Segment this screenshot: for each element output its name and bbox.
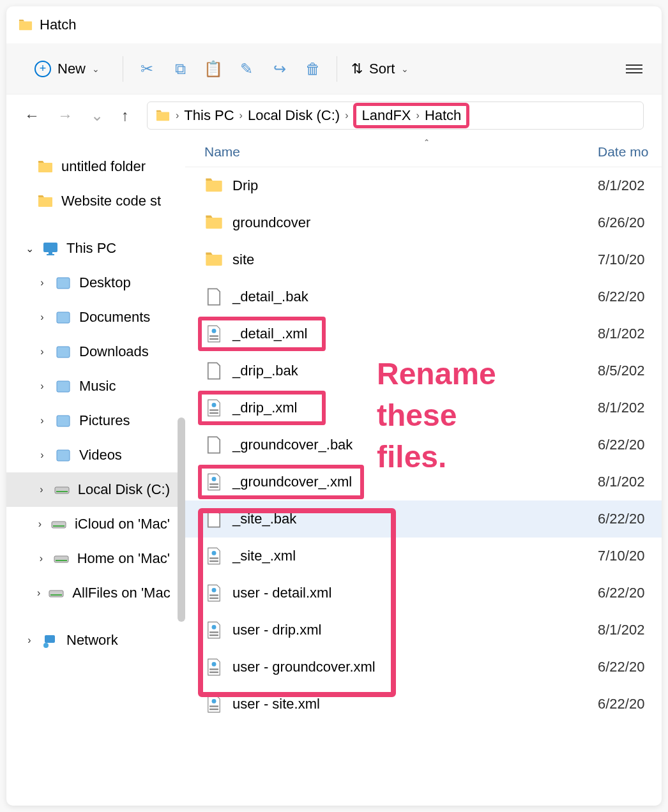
file-date: 6/22/20 (598, 289, 662, 305)
chevron-right-icon: › (416, 110, 420, 121)
file-row[interactable]: _drip_.bak 8/5/202 (185, 352, 662, 389)
copy-icon[interactable]: ⧉ (171, 59, 190, 79)
share-icon[interactable]: ↪ (270, 59, 289, 79)
sidebar-quick-item[interactable]: untitled folder (6, 149, 185, 184)
file-row[interactable]: user - drip.xml 8/1/202 (185, 612, 662, 649)
file-name: _site_.xml (232, 548, 598, 564)
file-row[interactable]: groundcover 6/26/20 (185, 204, 662, 241)
chevron-right-icon: › (37, 277, 47, 289)
breadcrumb-item[interactable]: This PC (184, 107, 234, 124)
view-menu-icon[interactable] (626, 64, 642, 73)
file-date: 7/10/20 (598, 252, 662, 268)
breadcrumb-item[interactable]: Hatch (425, 107, 461, 124)
chevron-right-icon: › (345, 110, 348, 121)
sidebar-item[interactable]: › Home on 'Mac' (6, 541, 185, 576)
chevron-right-icon: › (37, 518, 43, 530)
file-row[interactable]: Drip 8/1/202 (185, 167, 662, 204)
sidebar-label: Music (79, 378, 116, 395)
monitor-icon (42, 241, 59, 256)
column-date[interactable]: Date mo (598, 144, 662, 160)
navbar: ← → ⌄ ↑ › This PC › Local Disk (C:) › La… (6, 94, 662, 137)
file-row[interactable]: site 7/10/20 (185, 241, 662, 278)
sidebar-item[interactable]: › Downloads (6, 335, 185, 369)
file-name: _drip_.xml (232, 400, 598, 416)
sidebar-item[interactable]: › Videos (6, 438, 185, 472)
folder-icon (204, 213, 224, 232)
sidebar-label: iCloud on 'Mac' (75, 516, 170, 532)
column-header[interactable]: ⌃ Name Date mo (185, 137, 662, 167)
folder-icon (18, 18, 33, 32)
delete-icon[interactable]: 🗑 (303, 59, 323, 79)
file-date: 6/22/20 (598, 585, 662, 601)
chevron-right-icon: › (239, 110, 243, 121)
sidebar-this-pc[interactable]: ⌄ This PC (6, 231, 185, 266)
file-row[interactable]: _detail_.bak 6/22/20 (185, 278, 662, 315)
forward-button[interactable]: → (57, 107, 73, 124)
rename-icon[interactable]: ✎ (237, 59, 256, 79)
file-name: _groundcover_.xml (232, 474, 598, 490)
file-list: ⌃ Name Date mo Drip 8/1/202 groundcover … (185, 137, 662, 806)
xml-icon (204, 398, 224, 417)
sidebar-label: Videos (79, 447, 122, 463)
file-row[interactable]: _detail_.xml 8/1/202 (185, 315, 662, 352)
up-button[interactable]: ↑ (121, 107, 129, 124)
chevron-down-icon: ⌄ (24, 243, 34, 255)
xml-icon (204, 546, 224, 566)
file-row[interactable]: _site_.bak 6/22/20 (185, 500, 662, 538)
address-bar[interactable]: › This PC › Local Disk (C:) › LandFX › H… (147, 102, 644, 130)
sidebar-item[interactable]: › Desktop (6, 266, 185, 300)
network-icon (42, 633, 59, 648)
window-title: Hatch (40, 17, 76, 33)
paste-icon[interactable]: 📋 (204, 59, 223, 79)
scrollbar[interactable] (178, 417, 185, 622)
file-name: user - groundcover.xml (232, 659, 598, 675)
sidebar-item[interactable]: › iCloud on 'Mac' (6, 507, 185, 541)
sidebar-quick-item[interactable]: Website code st (6, 184, 185, 218)
file-row[interactable]: user - groundcover.xml 6/22/20 (185, 649, 662, 686)
file-date: 6/26/20 (598, 214, 662, 231)
chevron-right-icon: › (37, 346, 47, 357)
new-button[interactable]: + New ⌄ (26, 57, 109, 81)
breadcrumb-item[interactable]: LandFX (361, 107, 411, 124)
breadcrumb-highlight: LandFX › Hatch (353, 103, 469, 128)
sidebar-item[interactable]: › Music (6, 369, 185, 403)
file-row[interactable]: user - site.xml 6/22/20 (185, 686, 662, 723)
sidebar-label: Documents (79, 309, 150, 326)
sidebar-network[interactable]: › Network (6, 623, 185, 658)
breadcrumb-item[interactable]: Local Disk (C:) (248, 107, 340, 124)
file-row[interactable]: _site_.xml 7/10/20 (185, 538, 662, 575)
column-name[interactable]: Name (204, 144, 598, 160)
file-date: 6/22/20 (598, 437, 662, 453)
file-date: 8/1/202 (598, 474, 662, 490)
sort-button[interactable]: ⇅ Sort ⌄ (351, 61, 409, 77)
sidebar-item[interactable]: › Pictures (6, 403, 185, 438)
sidebar-item[interactable]: › Local Disk (C:) (6, 472, 185, 507)
folder-icon (204, 250, 224, 269)
chevron-right-icon: › (37, 553, 45, 564)
chevron-down-icon: ⌄ (401, 64, 409, 74)
file-row[interactable]: _groundcover_.xml 8/1/202 (185, 463, 662, 500)
sidebar-label: Downloads (79, 343, 149, 360)
file-icon (204, 509, 224, 529)
file-row[interactable]: _groundcover_.bak 6/22/20 (185, 426, 662, 463)
sidebar-item[interactable]: › AllFiles on 'Mac (6, 576, 185, 610)
file-row[interactable]: user - detail.xml 6/22/20 (185, 575, 662, 612)
folder-icon (155, 109, 171, 123)
file-row[interactable]: _drip_.xml 8/1/202 (185, 389, 662, 426)
lib-icon (55, 379, 72, 394)
chevron-right-icon: › (37, 312, 47, 323)
file-name: user - detail.xml (232, 585, 598, 601)
file-icon (204, 287, 224, 306)
sort-indicator-icon: ⌃ (423, 138, 430, 147)
file-icon (204, 361, 224, 380)
sidebar: untitled folder Website code st ⌄ This P… (6, 137, 185, 806)
back-button[interactable]: ← (24, 107, 40, 124)
titlebar: Hatch (6, 6, 662, 43)
file-date: 7/10/20 (598, 548, 662, 564)
divider (123, 56, 123, 82)
lib-icon (55, 413, 72, 428)
sidebar-item[interactable]: › Documents (6, 300, 185, 335)
history-dropdown[interactable]: ⌄ (91, 107, 103, 124)
cut-icon[interactable]: ✂ (137, 59, 156, 79)
drive-icon (50, 516, 67, 532)
